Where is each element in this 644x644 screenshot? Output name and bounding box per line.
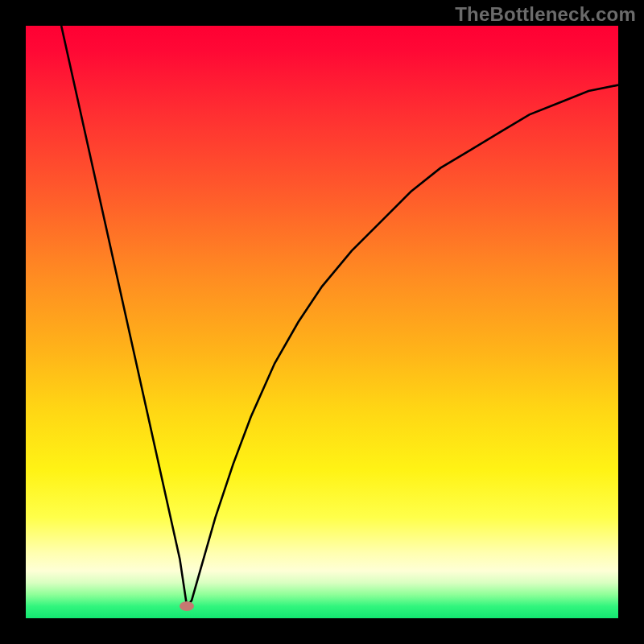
optimal-point-marker xyxy=(180,601,194,611)
plot-area xyxy=(26,26,618,618)
curve-svg xyxy=(26,26,618,618)
watermark-text: TheBottleneck.com xyxy=(455,3,636,26)
chart-frame: TheBottleneck.com xyxy=(0,0,644,644)
bottleneck-curve xyxy=(61,26,618,606)
